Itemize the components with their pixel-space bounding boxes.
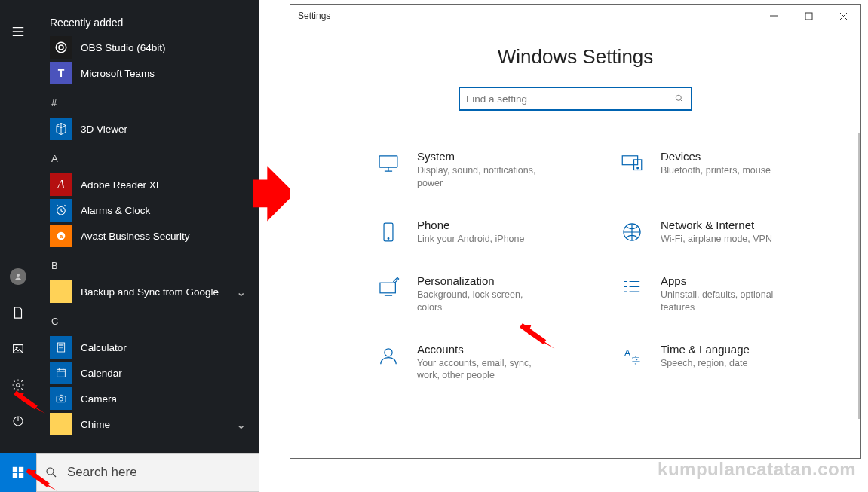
svg-point-17 — [62, 350, 63, 350]
app-label: 3D Viewer — [81, 124, 127, 135]
annotation-arrow-personalization — [516, 320, 555, 349]
app-3d-viewer[interactable]: 3D Viewer — [50, 116, 249, 142]
svg-rect-26 — [805, 13, 812, 20]
documents-button[interactable] — [0, 295, 36, 331]
category-accounts[interactable]: AccountsYour accounts, email, sync, work… — [375, 343, 600, 383]
app-camera[interactable]: Camera — [50, 386, 249, 411]
app-label: Alarms & Clock — [81, 205, 150, 216]
calculator-icon — [50, 336, 72, 359]
app-chime[interactable]: Chime⌄ — [50, 411, 249, 437]
letter-header-hash[interactable]: # — [51, 93, 249, 112]
category-phone[interactable]: PhoneLink your Android, iPhone — [375, 218, 600, 246]
app-label: Chime — [81, 419, 110, 430]
minimize-button[interactable] — [756, 5, 791, 27]
svg-text:a: a — [60, 233, 63, 240]
start-rail — [0, 0, 36, 453]
svg-point-6 — [59, 45, 63, 50]
system-icon — [375, 150, 402, 177]
category-devices[interactable]: DevicesBluetooth, printers, mouse — [618, 150, 844, 190]
user-account-button[interactable] — [0, 258, 36, 295]
app-label: Camera — [81, 393, 117, 405]
pictures-button[interactable] — [0, 331, 36, 367]
svg-rect-29 — [622, 156, 637, 165]
app-label: Microsoft Teams — [81, 68, 155, 79]
app-adobe-reader[interactable]: AAdobe Reader XI — [50, 172, 249, 197]
window-title: Settings — [290, 11, 330, 21]
category-network[interactable]: Network & InternetWi-Fi, airplane mode, … — [618, 218, 844, 246]
clock-icon — [50, 199, 72, 222]
settings-window: Settings Windows Settings SystemDisplay,… — [290, 4, 861, 459]
apps-list[interactable]: Recently added OBS Studio (64bit) TMicro… — [36, 0, 259, 453]
hamburger-button[interactable] — [0, 14, 36, 50]
settings-search-input[interactable] — [466, 93, 674, 105]
cube-icon — [50, 118, 72, 140]
close-button[interactable] — [826, 5, 860, 27]
svg-point-15 — [59, 350, 60, 350]
svg-point-13 — [60, 347, 61, 348]
letter-header-b[interactable]: B — [51, 256, 249, 274]
category-personalization[interactable]: PersonalizationBackground, lock screen, … — [375, 274, 600, 314]
category-desc: Speech, region, date — [661, 357, 750, 370]
svg-rect-11 — [59, 344, 64, 346]
app-microsoft-teams[interactable]: TMicrosoft Teams — [50, 60, 249, 86]
letter-header-c[interactable]: C — [51, 312, 249, 330]
taskbar-search[interactable]: Search here — [36, 453, 259, 492]
app-obs-studio[interactable]: OBS Studio (64bit) — [50, 35, 249, 60]
svg-point-16 — [60, 350, 61, 350]
annotation-arrow-start — [23, 466, 57, 491]
phone-icon — [375, 218, 402, 246]
svg-point-27 — [676, 95, 681, 100]
category-desc: Your accounts, email, sync, work, other … — [417, 357, 545, 383]
category-desc: Bluetooth, printers, mouse — [661, 164, 771, 177]
svg-point-12 — [59, 347, 60, 348]
category-time-language[interactable]: A字 Time & LanguageSpeech, region, date — [618, 343, 844, 383]
app-calculator[interactable]: Calculator — [50, 335, 249, 360]
annotation-big-arrow — [253, 159, 295, 234]
avast-icon: a — [50, 225, 72, 247]
titlebar[interactable]: Settings — [290, 5, 860, 27]
category-system[interactable]: SystemDisplay, sound, notifications, pow… — [375, 150, 600, 190]
svg-rect-21 — [13, 467, 17, 472]
camera-icon — [50, 387, 72, 410]
svg-rect-23 — [13, 473, 17, 478]
category-desc: Uninstall, defaults, optional features — [661, 289, 789, 314]
category-title: Phone — [417, 218, 524, 231]
devices-icon — [618, 150, 646, 177]
annotation-arrow-settings — [11, 388, 45, 414]
start-menu: Recently added OBS Studio (64bit) TMicro… — [0, 0, 259, 492]
app-label: Backup and Sync from Google — [81, 286, 219, 298]
category-apps[interactable]: AppsUninstall, defaults, optional featur… — [618, 274, 844, 314]
search-icon — [674, 93, 685, 104]
letter-header-a[interactable]: A — [51, 149, 249, 167]
personalization-icon — [375, 274, 402, 301]
svg-rect-35 — [380, 283, 395, 293]
category-title: Apps — [661, 274, 789, 287]
settings-search[interactable] — [459, 87, 692, 111]
settings-categories: SystemDisplay, sound, notifications, pow… — [290, 150, 860, 382]
category-title: Devices — [661, 150, 771, 163]
apps-icon — [618, 274, 646, 301]
app-calendar[interactable]: Calendar — [50, 360, 249, 386]
app-alarms-clock[interactable]: Alarms & Clock — [50, 197, 249, 223]
watermark: kumpulancatatan.com — [658, 459, 856, 480]
adobe-icon: A — [50, 173, 72, 196]
svg-rect-19 — [57, 396, 66, 402]
category-desc: Display, sound, notifications, power — [417, 164, 545, 190]
svg-point-20 — [60, 397, 63, 401]
app-label: Calculator — [81, 342, 127, 353]
svg-point-36 — [385, 348, 392, 356]
category-title: Time & Language — [661, 343, 750, 356]
app-label: OBS Studio (64bit) — [81, 42, 166, 53]
scrollbar[interactable] — [858, 133, 860, 419]
maximize-button[interactable] — [791, 5, 826, 27]
app-avast[interactable]: aAvast Business Security — [50, 223, 249, 249]
folder-icon — [50, 413, 72, 435]
svg-point-31 — [637, 167, 639, 169]
app-label: Calendar — [81, 368, 122, 379]
app-backup-sync-google[interactable]: Backup and Sync from Google⌄ — [50, 279, 249, 304]
svg-rect-28 — [379, 156, 397, 167]
calendar-icon — [50, 362, 72, 384]
app-label: Avast Business Security — [81, 231, 190, 242]
teams-icon: T — [50, 62, 72, 84]
svg-point-3 — [17, 384, 20, 387]
